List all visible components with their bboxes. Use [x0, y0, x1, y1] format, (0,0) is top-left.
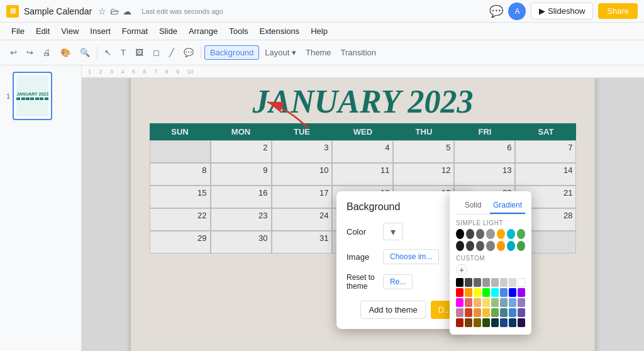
- cal-cell: 2: [211, 140, 272, 163]
- palette-swatch[interactable]: [465, 298, 472, 307]
- swatch[interactable]: [497, 229, 505, 239]
- menu-edit[interactable]: Edit: [31, 25, 55, 38]
- menu-tools[interactable]: Tools: [224, 25, 253, 38]
- palette-swatch[interactable]: [518, 318, 525, 327]
- palette-swatch[interactable]: [474, 278, 481, 287]
- cursor-button[interactable]: ↖: [101, 45, 115, 60]
- palette-swatch[interactable]: [482, 318, 490, 327]
- redo-button[interactable]: ↪: [23, 45, 37, 60]
- print-button[interactable]: 🖨: [39, 45, 55, 60]
- swatch[interactable]: [486, 241, 494, 251]
- zoom-button[interactable]: 🔍: [76, 45, 94, 60]
- swatch[interactable]: [466, 229, 474, 239]
- comment-button[interactable]: 💬: [180, 45, 197, 60]
- swatch[interactable]: [456, 229, 464, 239]
- swatch[interactable]: [466, 241, 474, 251]
- reset-button[interactable]: Re...: [383, 274, 413, 289]
- background-dialog: Background × Color ▾ Image Choose im... …: [336, 191, 469, 329]
- palette-swatch[interactable]: [518, 278, 525, 287]
- image-button[interactable]: 🖼: [131, 45, 147, 60]
- swatch[interactable]: [476, 229, 484, 239]
- paint-format-button[interactable]: 🎨: [57, 45, 74, 60]
- share-button[interactable]: Share: [598, 3, 638, 19]
- dialog-actions: Add to theme D...: [347, 301, 458, 319]
- text-button[interactable]: T: [117, 45, 130, 60]
- slide-thumbnail-1[interactable]: JANUARY 2023: [13, 72, 52, 120]
- folder-icon[interactable]: 🗁: [110, 6, 119, 16]
- palette-swatch[interactable]: [456, 288, 464, 297]
- palette-swatch[interactable]: [500, 298, 508, 307]
- add-custom-color-button[interactable]: +: [456, 264, 467, 276]
- palette-swatch[interactable]: [500, 278, 508, 287]
- palette-swatch[interactable]: [491, 318, 499, 327]
- palette-swatch[interactable]: [491, 308, 499, 317]
- palette-swatch[interactable]: [465, 308, 472, 317]
- palette-swatch[interactable]: [456, 278, 464, 287]
- add-to-theme-button[interactable]: Add to theme: [360, 301, 425, 319]
- avatar[interactable]: A: [508, 3, 526, 20]
- transition-button[interactable]: Transition: [336, 45, 380, 60]
- palette-swatch[interactable]: [500, 318, 508, 327]
- menu-extensions[interactable]: Extensions: [255, 25, 305, 38]
- palette-swatch[interactable]: [465, 318, 472, 327]
- palette-swatch[interactable]: [509, 308, 516, 317]
- palette-swatch[interactable]: [509, 278, 516, 287]
- swatch[interactable]: [456, 241, 464, 251]
- cloud-icon[interactable]: ☁: [123, 6, 131, 16]
- palette-swatch[interactable]: [500, 288, 508, 297]
- palette-swatch[interactable]: [456, 308, 464, 317]
- undo-button[interactable]: ↩: [6, 45, 21, 60]
- palette-swatch[interactable]: [491, 298, 499, 307]
- star-icon[interactable]: ☆: [98, 6, 106, 16]
- palette-swatch[interactable]: [482, 308, 490, 317]
- palette-swatch[interactable]: [518, 288, 525, 297]
- swatch[interactable]: [497, 241, 505, 251]
- chat-icon[interactable]: 💬: [489, 4, 503, 18]
- palette-swatch[interactable]: [482, 298, 490, 307]
- background-toolbar-button[interactable]: Background: [204, 45, 259, 60]
- palette-swatch[interactable]: [491, 288, 499, 297]
- slideshow-button[interactable]: ▶ Slideshow: [531, 3, 593, 20]
- choose-image-button[interactable]: Choose im...: [383, 249, 439, 264]
- menu-arrange[interactable]: Arrange: [184, 25, 223, 38]
- palette-swatch[interactable]: [474, 308, 481, 317]
- theme-button[interactable]: Theme: [302, 45, 335, 60]
- cal-cell: 7: [515, 140, 576, 163]
- menu-format[interactable]: Format: [117, 25, 153, 38]
- menu-slide[interactable]: Slide: [154, 25, 182, 38]
- swatch[interactable]: [517, 241, 525, 251]
- tab-solid[interactable]: Solid: [456, 198, 490, 214]
- palette-swatch[interactable]: [509, 288, 516, 297]
- palette-swatch[interactable]: [474, 288, 481, 297]
- line-button[interactable]: ╱: [165, 45, 178, 60]
- palette-swatch[interactable]: [482, 278, 490, 287]
- swatch[interactable]: [476, 241, 484, 251]
- swatch[interactable]: [517, 229, 525, 239]
- palette-swatch[interactable]: [465, 278, 472, 287]
- menu-help[interactable]: Help: [306, 25, 333, 38]
- palette-swatch[interactable]: [500, 308, 508, 317]
- palette-swatch[interactable]: [456, 298, 464, 307]
- palette-swatch[interactable]: [518, 308, 525, 317]
- swatch[interactable]: [507, 241, 515, 251]
- separator-2: [201, 47, 201, 59]
- cal-cell: 8: [150, 163, 211, 186]
- layout-button[interactable]: Layout ▾: [261, 45, 300, 60]
- palette-swatch[interactable]: [482, 288, 490, 297]
- menu-insert[interactable]: Insert: [85, 25, 116, 38]
- palette-swatch[interactable]: [491, 278, 499, 287]
- swatch[interactable]: [507, 229, 515, 239]
- swatch[interactable]: [486, 229, 494, 239]
- menu-view[interactable]: View: [56, 25, 84, 38]
- palette-swatch[interactable]: [509, 318, 516, 327]
- palette-swatch[interactable]: [509, 298, 516, 307]
- color-preview-button[interactable]: ▾: [383, 223, 403, 240]
- menu-file[interactable]: File: [6, 25, 30, 38]
- palette-swatch[interactable]: [518, 298, 525, 307]
- palette-swatch[interactable]: [465, 288, 472, 297]
- palette-swatch[interactable]: [474, 318, 481, 327]
- palette-swatch[interactable]: [456, 318, 464, 327]
- shape-button[interactable]: ◻: [149, 45, 164, 60]
- tab-gradient[interactable]: Gradient: [490, 198, 525, 214]
- palette-swatch[interactable]: [474, 298, 481, 307]
